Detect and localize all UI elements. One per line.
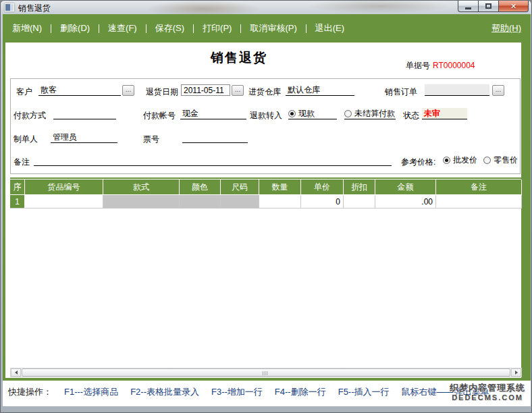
- titlebar[interactable]: 销售退货 ✕: [1, 1, 532, 14]
- shortcut-f1: F1---选择商品: [64, 386, 118, 398]
- watermark-text: 织梦内容管理系统: [450, 383, 525, 393]
- scrollbar-thumb[interactable]: [22, 368, 510, 377]
- horizontal-scrollbar[interactable]: [10, 368, 522, 377]
- client-area: 销售退货 单据号RT0000004 客户 散客 ... 退货日期 2011-05…: [3, 43, 531, 406]
- cell-remark[interactable]: [436, 195, 522, 209]
- scroll-left-button[interactable]: [11, 368, 21, 377]
- refund-unsettled-radio[interactable]: 未结算付款: [344, 108, 396, 119]
- ticket-field[interactable]: [182, 132, 248, 143]
- right-green-strip: [521, 43, 531, 378]
- cell-seq[interactable]: 1: [10, 195, 25, 209]
- toolbar-delete-button[interactable]: 删除(D): [60, 22, 90, 34]
- return-date-field[interactable]: 2011-05-11: [181, 84, 230, 96]
- status-badge: 未审: [422, 108, 467, 119]
- table-row: 1 0 .00: [10, 195, 522, 209]
- maker-field[interactable]: 管理员: [51, 132, 117, 143]
- page-title: 销售退货: [77, 49, 401, 67]
- return-date-browse-button[interactable]: ...: [232, 85, 244, 96]
- toolbar-separator: [146, 24, 147, 33]
- sales-order-field[interactable]: [425, 84, 489, 96]
- retail-price-radio[interactable]: 零售价: [483, 155, 518, 166]
- cell-color[interactable]: [180, 195, 221, 209]
- window-title: 销售退货: [18, 3, 51, 14]
- items-table: 序 货品编号 款式 颜色 尺码 数量 单价 折扣 金额 备注 1 0 .: [10, 177, 522, 209]
- toolbar-separator: [193, 24, 194, 33]
- toolbar-print-button[interactable]: 打印(P): [203, 22, 232, 34]
- maximize-icon: [485, 3, 491, 9]
- cell-style[interactable]: [103, 195, 180, 209]
- cell-amount[interactable]: .00: [375, 195, 436, 209]
- toolbar-new-button[interactable]: 新增(N): [12, 22, 42, 34]
- shortcut-caption: 快捷操作：: [8, 386, 52, 398]
- toolbar: 新增(N) 删除(D) 速查(F) 保存(S) 打印(P) 取消审核(P) 退出…: [3, 14, 531, 43]
- app-window: 销售退货 ✕ 新增(N) 删除(D) 速查(F) 保存(S) 打印(P) 取消审…: [0, 0, 532, 413]
- refund-unsettled-radio-label: 未结算付款: [354, 108, 395, 119]
- column-header-size[interactable]: 尺码: [221, 180, 259, 195]
- warehouse-label: 进货仓库: [248, 86, 281, 98]
- payment-account-field[interactable]: 现金: [180, 108, 246, 119]
- cell-size[interactable]: [221, 195, 259, 209]
- toolbar-separator: [240, 24, 241, 33]
- wholesale-price-radio[interactable]: 批发价: [443, 155, 477, 166]
- column-header-amount[interactable]: 金额: [375, 180, 436, 195]
- maximize-button[interactable]: [478, 1, 498, 12]
- left-green-strip: [3, 43, 5, 378]
- minimize-icon: [465, 7, 471, 9]
- column-header-code[interactable]: 货品编号: [25, 180, 103, 195]
- shortcut-f3: F3--增加一行: [211, 386, 263, 398]
- footer-bar: 快捷操作： F1---选择商品 F2--表格批量录入 F3--增加一行 F4--…: [3, 381, 531, 406]
- scroll-right-button[interactable]: [511, 368, 521, 377]
- warehouse-field[interactable]: 默认仓库: [286, 84, 354, 96]
- column-header-discount[interactable]: 折扣: [344, 180, 375, 195]
- toolbar-quick-search-button[interactable]: 速查(F): [108, 22, 137, 34]
- document-number-label: 单据号: [406, 61, 430, 70]
- app-icon: [5, 3, 14, 11]
- wholesale-price-radio-label: 批发价: [453, 155, 477, 166]
- price-ref-label: 参考价格:: [401, 157, 435, 168]
- cell-code[interactable]: [25, 195, 103, 209]
- shortcut-hints: 快捷操作： F1---选择商品 F2--表格批量录入 F3--增加一行 F4--…: [8, 386, 489, 398]
- radio-checked-icon: [443, 157, 450, 164]
- refund-cash-radio-label: 现款: [298, 108, 315, 119]
- form-panel: 客户 散客 ... 退货日期 2011-05-11 ... 进货仓库 默认仓库 …: [10, 78, 521, 174]
- customer-label: 客户: [16, 86, 32, 98]
- payment-method-field[interactable]: [53, 108, 116, 119]
- cell-price[interactable]: 0: [301, 195, 344, 209]
- document-number-value: RT0000004: [433, 61, 475, 70]
- table-header-row: 序 货品编号 款式 颜色 尺码 数量 单价 折扣 金额 备注: [10, 180, 522, 195]
- close-button[interactable]: ✕: [498, 1, 529, 12]
- column-header-seq[interactable]: 序: [10, 180, 25, 195]
- shortcut-f4: F4--删除一行: [275, 386, 326, 398]
- remark-label: 备注: [14, 157, 30, 168]
- shortcut-f5: F5--插入一行: [338, 386, 390, 398]
- refund-to-label: 退款转入: [250, 110, 282, 121]
- minimize-button[interactable]: [458, 1, 478, 12]
- column-header-qty[interactable]: 数量: [259, 180, 301, 195]
- cell-discount[interactable]: [344, 195, 375, 209]
- refund-cash-radio[interactable]: 现款: [288, 108, 337, 119]
- payment-account-label: 付款帐号: [143, 110, 176, 121]
- customer-browse-button[interactable]: ...: [122, 85, 134, 96]
- column-header-remark[interactable]: 备注: [436, 180, 522, 195]
- window-controls: ✕: [458, 1, 529, 12]
- column-header-style[interactable]: 款式: [103, 180, 180, 195]
- sales-order-label: 销售订单: [385, 86, 417, 98]
- retail-price-radio-label: 零售价: [494, 155, 518, 166]
- remark-field[interactable]: [34, 155, 392, 166]
- customer-field[interactable]: 散客: [38, 84, 121, 96]
- arrow-right-icon: [515, 370, 518, 375]
- close-icon: ✕: [510, 2, 516, 11]
- cell-qty[interactable]: [259, 195, 301, 209]
- return-date-label: 退货日期: [146, 86, 178, 98]
- status-label: 状态: [403, 110, 419, 121]
- toolbar-help-button[interactable]: 帮助(H): [491, 22, 521, 34]
- sales-order-browse-button[interactable]: ...: [492, 85, 504, 96]
- toolbar-cancel-audit-button[interactable]: 取消审核(P): [250, 22, 296, 34]
- column-header-price[interactable]: 单价: [301, 180, 344, 195]
- maker-label: 制单人: [14, 134, 38, 145]
- toolbar-save-button[interactable]: 保存(S): [155, 22, 184, 34]
- toolbar-exit-button[interactable]: 退出(E): [315, 22, 344, 34]
- column-header-color[interactable]: 颜色: [180, 180, 221, 195]
- document-number: 单据号RT0000004: [406, 60, 475, 72]
- toolbar-separator: [99, 24, 99, 33]
